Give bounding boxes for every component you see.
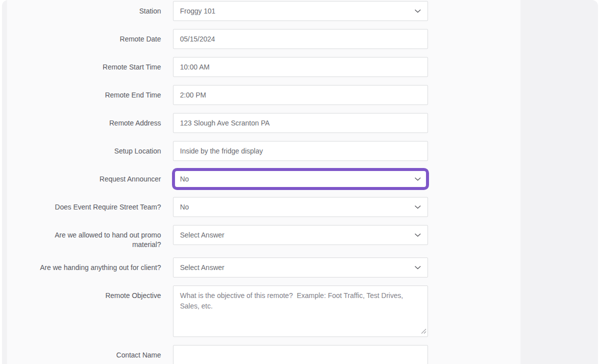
- field-control: [173, 345, 428, 364]
- chevron-down-icon: [414, 233, 421, 237]
- select-value: No: [180, 203, 189, 211]
- form-row-are-we-handing-anything-out-for-client: Are we handing anything out for client?S…: [7, 258, 520, 278]
- field-control: [173, 85, 428, 105]
- chevron-down-icon: [414, 177, 421, 181]
- form-row-setup-location: Setup Location: [7, 141, 520, 161]
- field-label: Remote Address: [7, 113, 161, 128]
- does-event-require-street-team-select[interactable]: No: [173, 197, 428, 217]
- are-we-handing-anything-out-for-client-select[interactable]: Select Answer: [173, 258, 428, 278]
- field-label: Are we allowed to hand out promo materia…: [7, 225, 161, 250]
- resize-handle-icon[interactable]: [421, 328, 426, 334]
- field-label: Remote Date: [7, 29, 161, 44]
- field-label: Remote End Time: [7, 85, 161, 100]
- setup-location-input[interactable]: [173, 141, 428, 161]
- field-label: Request Announcer: [7, 169, 161, 184]
- contact-name-input[interactable]: [173, 345, 428, 364]
- form-row-contact-name: Contact Name: [7, 345, 520, 364]
- form-row-are-we-allowed-to-hand-out-promo-material: Are we allowed to hand out promo materia…: [7, 225, 520, 250]
- select-value: Select Answer: [180, 264, 224, 272]
- form-row-remote-date: Remote Date: [7, 29, 520, 49]
- are-we-allowed-to-hand-out-promo-material-select[interactable]: Select Answer: [173, 225, 428, 245]
- select-value: No: [180, 175, 189, 183]
- field-label: Remote Objective: [7, 286, 161, 300]
- field-control: [173, 113, 428, 133]
- chevron-down-icon: [414, 9, 421, 13]
- remote-objective-textarea[interactable]: [173, 286, 428, 337]
- field-label: Are we handing anything out for client?: [7, 258, 161, 272]
- page-panel: StationFroggy 101Remote DateRemote Start…: [2, 0, 598, 364]
- form-row-remote-address: Remote Address: [7, 113, 520, 133]
- remote-date-input[interactable]: [173, 29, 428, 49]
- remote-address-input[interactable]: [173, 113, 428, 133]
- field-control: [173, 286, 428, 337]
- request-announcer-select[interactable]: No: [173, 169, 428, 189]
- select-value: Select Answer: [180, 231, 224, 239]
- field-control: [173, 141, 428, 161]
- field-control: Select Answer: [173, 225, 428, 245]
- form-row-remote-end-time: Remote End Time: [7, 85, 520, 105]
- remote-end-time-input[interactable]: [173, 85, 428, 105]
- field-control: Select Answer: [173, 258, 428, 278]
- form-row-does-event-require-street-team: Does Event Require Street Team?No: [7, 197, 520, 217]
- remote-start-time-input[interactable]: [173, 57, 428, 77]
- field-control: [173, 57, 428, 77]
- form-row-station: StationFroggy 101: [7, 1, 520, 21]
- form-row-request-announcer: Request AnnouncerNo: [7, 169, 520, 189]
- field-control: Froggy 101: [173, 1, 428, 21]
- form-row-remote-objective: Remote Objective: [7, 286, 520, 337]
- field-control: No: [173, 197, 428, 217]
- form-page: StationFroggy 101Remote DateRemote Start…: [7, 0, 520, 364]
- chevron-down-icon: [414, 266, 421, 270]
- form-row-remote-start-time: Remote Start Time: [7, 57, 520, 77]
- station-select[interactable]: Froggy 101: [173, 1, 428, 21]
- chevron-down-icon: [414, 205, 421, 209]
- field-label: Does Event Require Street Team?: [7, 197, 161, 212]
- field-control: No: [173, 169, 428, 189]
- field-control: [173, 29, 428, 49]
- field-label: Setup Location: [7, 141, 161, 156]
- remote-request-form: StationFroggy 101Remote DateRemote Start…: [7, 0, 520, 364]
- field-label: Contact Name: [7, 345, 161, 360]
- select-value: Froggy 101: [180, 7, 216, 15]
- field-label: Remote Start Time: [7, 57, 161, 72]
- field-label: Station: [7, 1, 161, 16]
